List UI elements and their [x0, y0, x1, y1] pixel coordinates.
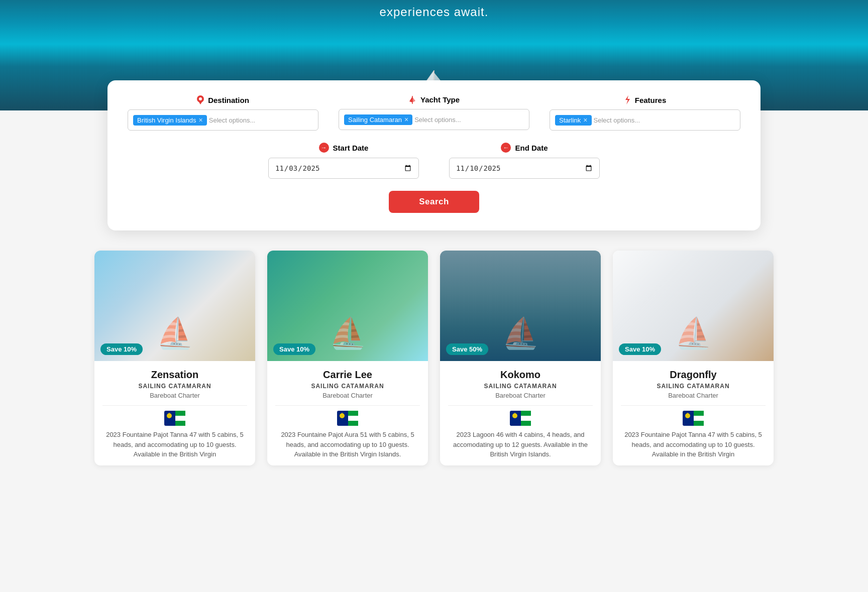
features-placeholder: Select options... [594, 116, 640, 124]
yacht-type-label: Yacht Type [339, 95, 529, 104]
destination-input[interactable]: British Virgin Islands × Select options.… [128, 109, 318, 131]
card-image: Save 10% [94, 251, 255, 361]
card-body: Dragonfly SAILING CATAMARAN Bareboat Cha… [613, 361, 774, 465]
svg-point-33 [685, 413, 690, 418]
sail-icon [408, 96, 416, 104]
search-fields-row: Destination British Virgin Islands × Sel… [128, 95, 740, 131]
card-divider [275, 405, 420, 406]
bolt-icon [624, 95, 631, 104]
save-badge: Save 10% [619, 343, 661, 355]
card-body: Kokomo SAILING CATAMARAN Bareboat Charte… [440, 361, 601, 465]
yacht-type-placeholder: Select options... [414, 116, 461, 124]
flag-icon [510, 411, 531, 426]
hero-tagline: experiences await. [380, 0, 489, 19]
features-tag[interactable]: Starlink × [555, 115, 592, 126]
features-tag-remove[interactable]: × [583, 116, 587, 124]
yacht-type-tag[interactable]: Sailing Catamaran × [344, 114, 412, 125]
card-body: Carrie Lee SAILING CATAMARAN Bareboat Ch… [267, 361, 428, 465]
flag-icon [683, 411, 704, 426]
end-date-icon: ← [501, 143, 511, 153]
end-date-input[interactable] [449, 158, 600, 179]
svg-rect-18 [175, 416, 185, 421]
card-divider [448, 405, 593, 406]
card-description: 2023 Fountaine Pajot Tanna 47 with 5 cab… [102, 430, 247, 459]
svg-marker-10 [409, 96, 412, 102]
location-pin-icon [197, 95, 204, 104]
card-flag [102, 411, 247, 426]
svg-rect-36 [694, 416, 704, 421]
svg-rect-37 [694, 421, 704, 426]
yacht-card[interactable]: Save 10% Carrie Lee SAILING CATAMARAN Ba… [267, 251, 428, 465]
svg-marker-11 [412, 97, 415, 102]
card-name: Kokomo [448, 369, 593, 381]
destination-tag-remove[interactable]: × [199, 116, 203, 124]
card-flag [621, 411, 766, 426]
yacht-type-field-group: Yacht Type Sailing Catamaran × Select op… [339, 95, 529, 131]
start-date-icon: → [319, 143, 329, 153]
svg-rect-35 [694, 411, 704, 416]
card-image: Save 50% [440, 251, 601, 361]
svg-rect-30 [521, 416, 531, 421]
svg-point-27 [512, 413, 517, 418]
card-description: 2023 Fountaine Pajot Aura 51 with 5 cabi… [275, 430, 420, 459]
card-description: 2023 Fountaine Pajot Tanna 47 with 5 cab… [621, 430, 766, 459]
card-divider [102, 405, 247, 406]
yacht-cards-grid: Save 10% Zensation SAILING CATAMARAN Bar… [82, 251, 786, 496]
card-type: SAILING CATAMARAN [448, 383, 593, 390]
card-flag [275, 411, 420, 426]
svg-rect-19 [175, 421, 185, 426]
yacht-type-input[interactable]: Sailing Catamaran × Select options... [339, 109, 529, 130]
svg-point-9 [199, 97, 202, 100]
card-body: Zensation SAILING CATAMARAN Bareboat Cha… [94, 361, 255, 465]
destination-label: Destination [128, 95, 318, 104]
card-flag [448, 411, 593, 426]
end-date-label: ← End Date [501, 143, 548, 153]
destination-tag[interactable]: British Virgin Islands × [133, 115, 207, 126]
yacht-type-tag-remove[interactable]: × [404, 116, 408, 123]
svg-rect-29 [521, 411, 531, 416]
start-date-group: → Start Date [268, 143, 419, 179]
features-input[interactable]: Starlink × Select options... [550, 109, 740, 131]
svg-rect-17 [175, 411, 185, 416]
svg-point-15 [167, 413, 172, 418]
card-charter: Bareboat Charter [102, 392, 247, 399]
card-image: Save 10% [613, 251, 774, 361]
svg-marker-13 [625, 95, 630, 104]
date-row: → Start Date ← End Date [128, 143, 740, 179]
card-name: Zensation [102, 369, 247, 381]
card-divider [621, 405, 766, 406]
svg-rect-23 [348, 411, 358, 416]
destination-placeholder: Select options... [209, 116, 256, 124]
search-button[interactable]: Search [389, 191, 479, 213]
card-charter: Bareboat Charter [275, 392, 420, 399]
card-name: Dragonfly [621, 369, 766, 381]
start-date-input[interactable] [268, 158, 419, 179]
start-date-label: → Start Date [319, 143, 369, 153]
card-description: 2023 Lagoon 46 with 4 cabins, 4 heads, a… [448, 430, 593, 459]
svg-marker-8 [198, 100, 203, 104]
svg-point-21 [340, 413, 345, 418]
search-panel: Destination British Virgin Islands × Sel… [107, 80, 761, 230]
search-btn-container: Search [128, 191, 740, 213]
yacht-card[interactable]: Save 10% Zensation SAILING CATAMARAN Bar… [94, 251, 255, 465]
yacht-card[interactable]: Save 50% Kokomo SAILING CATAMARAN Barebo… [440, 251, 601, 465]
flag-icon [164, 411, 185, 426]
end-date-group: ← End Date [449, 143, 600, 179]
svg-rect-25 [348, 421, 358, 426]
save-badge: Save 10% [273, 343, 315, 355]
save-badge: Save 10% [100, 343, 143, 355]
card-name: Carrie Lee [275, 369, 420, 381]
features-field-group: Features Starlink × Select options... [550, 95, 740, 131]
svg-rect-24 [348, 416, 358, 421]
svg-rect-31 [521, 421, 531, 426]
card-type: SAILING CATAMARAN [102, 383, 247, 390]
yacht-card[interactable]: Save 10% Dragonfly SAILING CATAMARAN Bar… [613, 251, 774, 465]
save-badge: Save 50% [446, 343, 488, 355]
card-type: SAILING CATAMARAN [621, 383, 766, 390]
card-charter: Bareboat Charter [621, 392, 766, 399]
features-label: Features [550, 95, 740, 104]
destination-field-group: Destination British Virgin Islands × Sel… [128, 95, 318, 131]
card-charter: Bareboat Charter [448, 392, 593, 399]
card-type: SAILING CATAMARAN [275, 383, 420, 390]
flag-icon [337, 411, 358, 426]
